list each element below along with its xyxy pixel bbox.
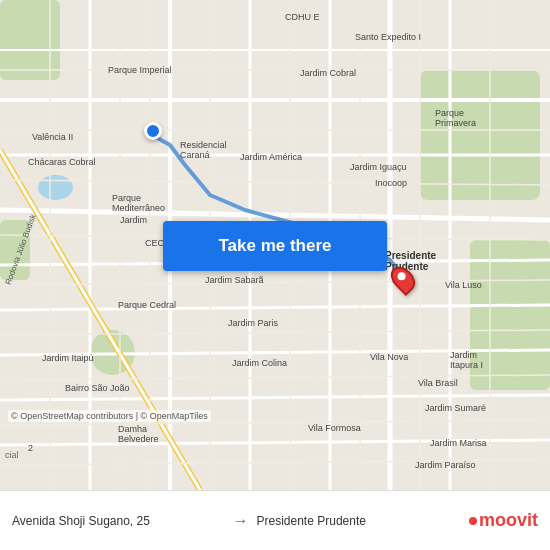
route-to-label: Presidente Prudente (257, 514, 470, 528)
park-area-3 (470, 240, 550, 390)
park-area-5 (90, 330, 135, 375)
moovit-logo: moovit (469, 510, 538, 531)
moovit-logo-dot (469, 517, 477, 525)
route-from-label: Avenida Shoji Sugano, 25 (12, 514, 225, 528)
bottom-bar: Avenida Shoji Sugano, 25 → Presidente Pr… (0, 490, 550, 550)
water-feature (38, 175, 73, 200)
park-area-1 (420, 70, 540, 200)
park-area-2 (0, 0, 60, 80)
copyright-text: © OpenStreetMap contributors | © OpenMap… (8, 410, 211, 422)
take-me-there-button[interactable]: Take me there (163, 221, 387, 271)
route-arrow-icon: → (233, 512, 249, 530)
origin-marker (144, 122, 162, 140)
map-container: CDHU E Santo Expedito I Parque Imperial … (0, 0, 550, 490)
moovit-logo-text: moovit (479, 510, 538, 531)
destination-marker (393, 265, 413, 293)
label-social: cial (5, 450, 19, 460)
